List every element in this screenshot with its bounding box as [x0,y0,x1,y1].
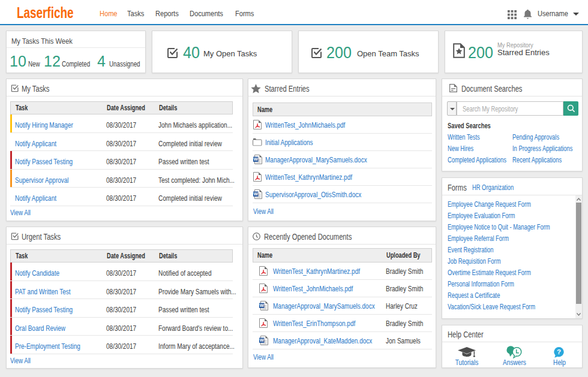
svg-text:W: W [260,337,265,343]
svg-text:W: W [260,303,265,308]
svg-text:?: ? [557,348,561,355]
svg-text:W: W [254,191,259,197]
svg-text:W: W [254,156,259,162]
